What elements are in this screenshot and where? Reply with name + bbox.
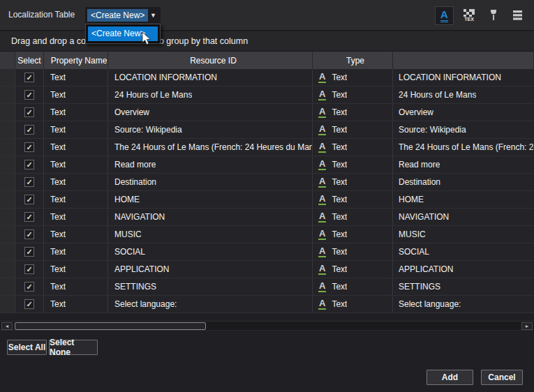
horizontal-scrollbar[interactable]: ◄ ►	[0, 321, 534, 331]
row-checkbox[interactable]	[24, 73, 34, 82]
resource-id-text: 24 Hours of Le Mans	[114, 90, 192, 100]
select-none-button[interactable]: Select None	[49, 340, 98, 355]
type-text: Text	[332, 195, 347, 204]
table-row[interactable]: Text Read more A Text Read more	[0, 156, 534, 174]
value-cell: SOCIAL	[393, 243, 534, 260]
cancel-button[interactable]: Cancel	[481, 370, 523, 385]
scroll-right-button[interactable]: ►	[521, 322, 533, 330]
value-cell: LOCATION INFORMATION	[393, 69, 534, 86]
add-button[interactable]: Add	[427, 370, 473, 385]
type-text: Text	[332, 107, 347, 117]
table-row[interactable]: Text Source: Wikipedia A Text Source: Wi…	[0, 121, 534, 139]
property-name-cell: Text	[44, 226, 108, 243]
table-row[interactable]: Text Overview A Text Overview	[0, 104, 534, 121]
text-type-icon: A	[318, 176, 326, 188]
select-cell	[15, 278, 44, 295]
row-checkbox[interactable]	[24, 160, 34, 169]
property-name-cell: Text	[44, 261, 108, 278]
row-header-cell[interactable]	[0, 243, 15, 260]
column-header-property[interactable]: Property Name	[44, 52, 108, 69]
row-header-cell[interactable]	[0, 156, 15, 173]
menu-button[interactable]	[508, 6, 527, 25]
row-header-cell[interactable]	[0, 209, 15, 225]
row-checkbox[interactable]	[24, 212, 34, 222]
row-header-cell[interactable]	[0, 174, 15, 190]
row-checkbox[interactable]	[24, 177, 34, 187]
dropdown-item-create-new[interactable]: <Create New>	[88, 27, 158, 41]
localization-table-combobox[interactable]: <Create New> ▼	[85, 7, 161, 23]
property-name-text: Text	[50, 299, 66, 309]
resource-id-cell: MUSIC	[108, 226, 313, 243]
table-row[interactable]: Text Destination A Text Destination	[0, 174, 534, 191]
row-header-cell[interactable]	[0, 104, 15, 121]
text-type-icon: A	[318, 211, 326, 223]
column-header-type[interactable]: Type	[313, 52, 393, 69]
row-header-cell[interactable]	[0, 261, 15, 278]
row-header-cell[interactable]	[0, 86, 15, 103]
row-checkbox[interactable]	[24, 229, 34, 239]
table-row[interactable]: Text NAVIGATION A Text NAVIGATION	[0, 209, 534, 226]
table-row[interactable]: Text SOCIAL A Text SOCIAL	[0, 243, 534, 261]
combobox-selected-value: <Create New>	[87, 9, 148, 22]
type-text: Text	[332, 125, 347, 135]
column-header-value[interactable]	[393, 52, 534, 69]
row-header-cell[interactable]	[0, 139, 15, 156]
property-name-cell: Text	[44, 86, 108, 103]
resource-id-text: HOME	[114, 195, 140, 204]
table-row[interactable]: Text SETTINGS A Text SETTINGS	[0, 278, 534, 296]
value-cell: Select language:	[393, 296, 534, 312]
value-text: Overview	[399, 107, 433, 117]
table-row[interactable]: Text MUSIC A Text MUSIC	[0, 226, 534, 243]
scrollbar-thumb[interactable]	[15, 322, 206, 330]
select-cell	[15, 243, 44, 260]
row-header-cell[interactable]	[0, 278, 15, 295]
row-checkbox[interactable]	[24, 90, 34, 100]
font-mode-button[interactable]: A	[435, 6, 454, 25]
row-checkbox[interactable]	[24, 264, 34, 274]
row-checkbox[interactable]	[24, 142, 34, 152]
text-type-icon: A	[318, 159, 326, 170]
select-cell	[15, 104, 44, 121]
table-row[interactable]: Text APPLICATION A Text APPLICATION	[0, 261, 534, 278]
property-name-cell: Text	[44, 243, 108, 260]
value-text: HOME	[399, 195, 424, 204]
row-checkbox[interactable]	[24, 247, 34, 257]
value-cell: The 24 Hours of Le Mans (French: 24 Heur…	[393, 139, 534, 156]
table-row[interactable]: Text HOME A Text HOME	[0, 191, 534, 209]
type-text: Text	[332, 229, 347, 239]
value-text: LOCATION INFORMATION	[399, 73, 501, 82]
pin-button[interactable]	[484, 6, 503, 25]
table-row[interactable]: Text Select language: A Text Select lang…	[0, 296, 534, 313]
scroll-left-button[interactable]: ◄	[1, 322, 13, 330]
resource-id-cell: Overview	[108, 104, 313, 121]
value-cell: MUSIC	[393, 226, 534, 243]
resource-id-text: Overview	[114, 107, 149, 117]
property-name-cell: Text	[44, 191, 108, 208]
table-row[interactable]: Text LOCATION INFORMATION A Text LOCATIO…	[0, 69, 534, 86]
row-header-cell[interactable]	[0, 296, 15, 312]
column-header-select[interactable]: Select	[15, 52, 44, 69]
row-checkbox[interactable]	[24, 125, 34, 135]
row-checkbox[interactable]	[24, 195, 34, 204]
type-cell: A Text	[313, 191, 393, 208]
row-checkbox[interactable]	[24, 107, 34, 117]
select-all-button[interactable]: Select All	[7, 340, 47, 355]
table-header-row: Select Property Name Resource ID Type	[0, 52, 534, 69]
value-cell: Source: Wikipedia	[393, 121, 534, 138]
page-title: Localization Table	[8, 10, 75, 20]
row-header-cell[interactable]	[0, 226, 15, 243]
row-checkbox[interactable]	[24, 282, 34, 292]
property-name-text: Text	[50, 177, 66, 187]
row-checkbox[interactable]	[24, 299, 34, 309]
select-cell	[15, 191, 44, 208]
row-header-cell[interactable]	[0, 191, 15, 208]
table-row[interactable]: Text 24 Hours of Le Mans A Text 24 Hours…	[0, 86, 534, 104]
property-name-cell: Text	[44, 296, 108, 312]
column-header-resource[interactable]: Resource ID	[108, 52, 313, 69]
row-header-cell[interactable]	[0, 121, 15, 138]
text-type-icon: A	[318, 72, 326, 83]
row-header-cell[interactable]	[0, 69, 15, 86]
texture-mode-button[interactable]: TEX	[459, 6, 478, 25]
value-cell: SETTINGS	[393, 278, 534, 295]
table-row[interactable]: Text The 24 Hours of Le Mans (French: 24…	[0, 139, 534, 156]
